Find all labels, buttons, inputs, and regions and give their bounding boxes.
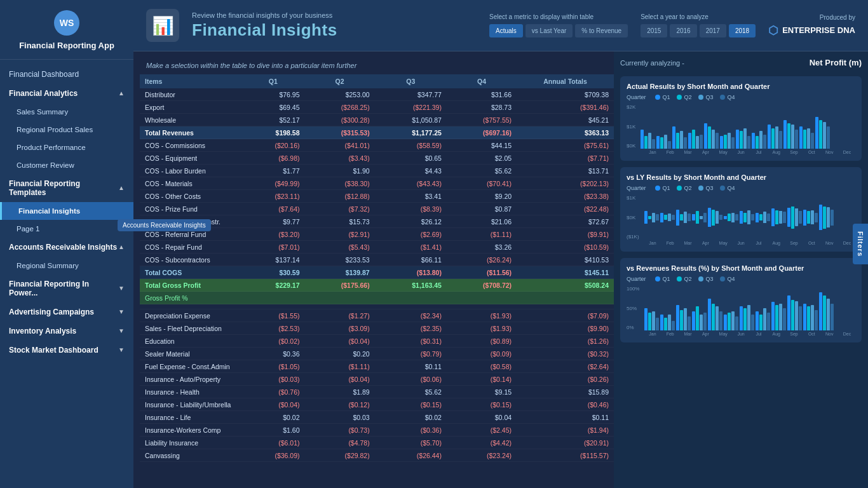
table-row[interactable]: COS - Referral Fund($3.20)($2.91)($2.69)…: [140, 228, 614, 241]
bar: [712, 210, 715, 226]
sidebar-item-customer-review[interactable]: Customer Review: [0, 156, 133, 174]
table-row[interactable]: Depreciation Expense($1.55)($1.27)($2.34…: [140, 309, 614, 322]
bar-group: [708, 299, 722, 330]
year-btn-2017[interactable]: 2017: [700, 24, 726, 37]
table-row[interactable]: Insurance - Health($0.76)$1.89$5.62$9.15…: [140, 386, 614, 398]
col-annual: Annual Totals: [517, 74, 614, 88]
table-subtitle: Make a selection within the table to div…: [140, 58, 614, 74]
table-row[interactable]: Wholesale$52.17($300.28)$1,050.87($757.5…: [140, 114, 614, 126]
bar: [740, 211, 743, 224]
table-row[interactable]: COS - Equipment($6.98)($3.43)$0.65$2.05(…: [140, 152, 614, 165]
header-subtitle: Review the financial insights of your bu…: [192, 11, 477, 19]
table-row[interactable]: Total Gross Profit$229.17($175.66)$1,163…: [140, 279, 614, 292]
bar-group: [676, 210, 691, 226]
table-row[interactable]: COS - Labor Burden$1.77$1.90$4.43$5.62$1…: [140, 165, 614, 177]
table-row[interactable]: Total COGS$30.59$139.87($13.80)($11.56)$…: [140, 266, 614, 279]
bar: [731, 137, 735, 149]
chevron-down-icon-4: ▼: [118, 285, 125, 292]
bar: [799, 126, 803, 149]
bar: [759, 131, 763, 149]
bar: [751, 214, 754, 220]
sidebar-item-page-1[interactable]: Page 1: [0, 220, 133, 238]
bar: [827, 299, 830, 330]
table-row[interactable]: COS - Subcontractors$137.14$233.53$66.11…: [140, 254, 614, 266]
bar: [692, 130, 695, 149]
bar: [823, 207, 826, 229]
metric-btn-vs-last-year[interactable]: vs Last Year: [526, 24, 573, 37]
filters-tab[interactable]: Filters: [853, 224, 868, 264]
table-row[interactable]: COS - Materials($49.99)($38.30)($43.43)(…: [140, 177, 614, 190]
sidebar-item-regional-product-sales[interactable]: Regional Product Sales: [0, 121, 133, 139]
sidebar-item-product-performance[interactable]: Product Performance: [0, 139, 133, 156]
table-row[interactable]: Distributor$76.95$253.00$347.77$31.66$70…: [140, 88, 614, 101]
bar: [799, 306, 802, 330]
chevron-down-icon-6: ▼: [118, 327, 125, 334]
bar-group: [771, 302, 786, 330]
table-row[interactable]: Canvassing($36.09)($29.82)($26.44)($23.2…: [140, 449, 614, 462]
analyzing-label: Currently analyzing -: [620, 59, 684, 67]
table-row[interactable]: Insurance - Life$0.02$0.03$0.02$0.04$0.1…: [140, 411, 614, 424]
metric-btn-pct-revenue[interactable]: % to Revenue: [575, 24, 628, 37]
bar: [752, 133, 755, 149]
sidebar-item-financial-dashboard[interactable]: Financial Dashboard: [0, 65, 133, 84]
year-btn-2015[interactable]: 2015: [641, 24, 667, 37]
bar: [660, 213, 663, 222]
bar-group: [815, 117, 830, 149]
bar: [791, 300, 794, 330]
table-row[interactable]: Education($0.02)($0.04)($0.31)($0.89)($1…: [140, 335, 614, 348]
bar: [747, 136, 750, 149]
table-row[interactable]: Insurance-Workers Comp$1.60($0.73)($0.36…: [140, 424, 614, 437]
table-row[interactable]: COS - Prize Fund($7.64)($7.32)($8.39)$0.…: [140, 203, 614, 215]
year-btn-2016[interactable]: 2016: [670, 24, 696, 37]
chart2-bars: [644, 195, 855, 240]
sidebar-item-sales-summary[interactable]: Sales Summary: [0, 103, 133, 121]
table-wrapper[interactable]: Items Q1 Q2 Q3 Q4 Annual Totals Distribu…: [140, 74, 614, 488]
sidebar-item-financial-insights[interactable]: Financial Insights: [0, 202, 133, 220]
bar: [704, 123, 707, 149]
sidebar-item-financial-reporting-power[interactable]: Financial Reporting In Power... ▼: [0, 274, 133, 302]
table-row[interactable]: Sales - Fleet Depreciation($2.53)($3.09)…: [140, 322, 614, 335]
year-btn-2018[interactable]: 2018: [729, 24, 756, 37]
produced-by: Produced by ⬡ ENTERPRISE DNA: [768, 14, 855, 37]
table-row[interactable]: Sealer Material$0.36$0.20($0.79)($0.09)(…: [140, 348, 614, 360]
bar-group: [740, 305, 754, 330]
bar-group: [768, 125, 782, 149]
chevron-down-icon-5: ▼: [118, 308, 125, 315]
insights-header: 📊 Review the financial insights of your …: [133, 0, 868, 51]
metric-buttons: Actuals vs Last Year % to Revenue: [489, 24, 628, 37]
chart3-area: 100%50%0%: [627, 286, 855, 330]
bar: [747, 210, 750, 224]
table-row[interactable]: Liability Insurance($6.01)($4.78)($5.70)…: [140, 437, 614, 449]
table-row[interactable]: COS - Repair Fund($7.01)($5.43)($1.41)$3…: [140, 241, 614, 254]
sidebar-item-accounts-receivable-insights[interactable]: Accounts Receivable Insights ▲: [0, 238, 133, 257]
bar: [740, 131, 743, 149]
sidebar-item-inventory-analysis[interactable]: Inventory Analysis ▼: [0, 322, 133, 341]
bar: [644, 136, 648, 149]
bar-group: [819, 205, 834, 230]
table-row[interactable]: Total Revenues$198.58($315.53)$1,177.25(…: [140, 126, 614, 139]
sidebar-item-financial-analytics[interactable]: Financial Analytics ▲: [0, 84, 133, 103]
sidebar-item-advertising-campaigns[interactable]: Advertising Campaigns ▼: [0, 302, 133, 322]
table-row[interactable]: Insurance - Auto/Property($0.03)($0.04)(…: [140, 373, 614, 386]
table-row[interactable]: Gross Profit %: [140, 292, 614, 304]
bar: [823, 295, 826, 330]
bar: [747, 305, 750, 330]
table-row[interactable]: Export$69.45($268.25)($221.39)$28.73($39…: [140, 101, 614, 114]
table-row[interactable]: Fuel Expense - Const.Admin($1.05)($1.11)…: [140, 360, 614, 373]
bar-group: [644, 211, 659, 224]
metric-btn-actuals[interactable]: Actuals: [489, 24, 523, 37]
table-row[interactable]: Insurance - Liability/Umbrella($0.04)($0…: [140, 398, 614, 411]
sidebar-item-regional-summary[interactable]: Regional Summary: [0, 257, 133, 274]
bar: [708, 208, 711, 227]
sidebar-item-financial-reporting-templates[interactable]: Financial Reporting Templates ▲: [0, 174, 133, 202]
table-row[interactable]: COS - Commissions($20.16)($41.01)($58.59…: [140, 139, 614, 152]
bar: [735, 214, 738, 220]
bar-group: [787, 295, 802, 330]
chart1-area: $2K$1K$0K: [627, 104, 855, 149]
chart-actual-results: Actual Results by Short Month and Quarte…: [620, 76, 862, 161]
sidebar-item-stock-market-dashboard[interactable]: Stock Market Dashboard ▼: [0, 341, 133, 360]
table-row[interactable]: COS - Other Costs($23.11)($12.88)$3.41$9…: [140, 190, 614, 203]
table-row[interactable]: COS - Prize Fund Constr.$9.77$15.73$26.1…: [140, 215, 614, 228]
bar: [795, 130, 798, 149]
bar: [680, 214, 683, 220]
